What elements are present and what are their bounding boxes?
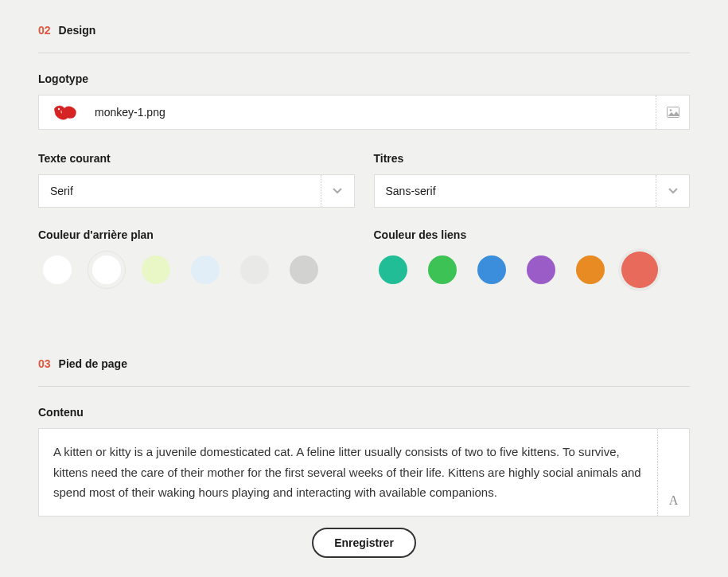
chevron-down-icon <box>656 175 689 207</box>
image-icon <box>667 107 679 118</box>
section-title: Design <box>59 24 96 37</box>
logotype-thumbnail <box>50 102 82 123</box>
logotype-field[interactable]: monkey-1.png <box>38 95 690 130</box>
heading-font-label: Titres <box>374 152 691 165</box>
color-swatch <box>142 255 170 284</box>
link-color-swatch[interactable] <box>374 251 412 289</box>
color-swatch <box>527 255 555 284</box>
section-title: Pied de page <box>59 357 127 370</box>
color-swatch <box>428 255 457 284</box>
bg-color-swatch[interactable] <box>285 251 323 289</box>
link-color-swatch[interactable] <box>571 251 609 289</box>
text-format-icon: A <box>669 493 679 508</box>
bg-color-label: Couleur d'arrière plan <box>38 228 355 241</box>
color-swatch <box>191 255 220 284</box>
svg-point-0 <box>58 108 60 110</box>
body-font-select[interactable]: Serif <box>38 174 355 208</box>
color-swatch <box>477 255 506 284</box>
link-color-label: Couleur des liens <box>374 228 691 241</box>
logotype-label: Logotype <box>38 72 690 85</box>
link-color-swatch[interactable] <box>473 251 511 289</box>
section-number: 02 <box>38 24 51 37</box>
bg-color-swatch[interactable] <box>186 251 224 289</box>
bg-color-swatch[interactable] <box>38 251 76 289</box>
heading-font-select[interactable]: Sans-serif <box>374 174 691 208</box>
link-color-swatch[interactable] <box>621 251 659 289</box>
bg-color-swatch[interactable] <box>236 251 274 289</box>
link-color-swatch[interactable] <box>423 251 461 289</box>
color-swatch <box>576 255 605 284</box>
bg-color-swatch[interactable] <box>88 251 126 289</box>
format-text-button[interactable]: A <box>657 429 689 516</box>
section-number: 03 <box>38 357 51 370</box>
section-header-footer: 03 Pied de page <box>38 357 690 387</box>
heading-font-value: Sans-serif <box>375 175 656 207</box>
color-swatch <box>240 255 269 284</box>
body-font-value: Serif <box>39 175 321 207</box>
bg-color-swatch[interactable] <box>137 251 175 289</box>
body-font-label: Texte courant <box>38 152 355 165</box>
color-swatch <box>290 255 318 284</box>
color-swatch <box>92 255 121 284</box>
link-color-swatch[interactable] <box>522 251 560 289</box>
content-field[interactable]: A kitten or kitty is a juvenile domestic… <box>38 428 690 517</box>
link-color-swatches <box>374 251 691 289</box>
svg-point-2 <box>669 109 672 111</box>
upload-image-button[interactable] <box>656 96 689 129</box>
save-button[interactable]: Enregistrer <box>312 528 416 558</box>
color-swatch <box>379 255 407 284</box>
logotype-filename: monkey-1.png <box>95 106 165 119</box>
color-swatch <box>43 255 72 284</box>
content-label: Contenu <box>38 406 690 419</box>
color-swatch <box>621 251 658 288</box>
bg-color-swatches <box>38 251 355 289</box>
section-header-design: 02 Design <box>38 24 690 53</box>
chevron-down-icon <box>321 175 354 207</box>
content-text[interactable]: A kitten or kitty is a juvenile domestic… <box>39 429 657 516</box>
